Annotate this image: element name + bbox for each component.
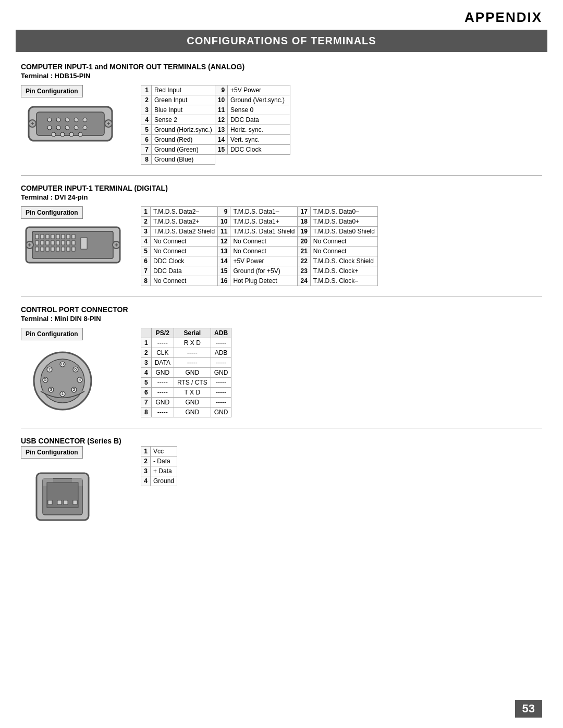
table-row: 8 bbox=[141, 276, 151, 286]
digital-section-title: COMPUTER INPUT-1 TERMINAL (DIGITAL) bbox=[21, 184, 542, 192]
svg-point-8 bbox=[56, 126, 60, 130]
svg-rect-31 bbox=[72, 235, 75, 239]
control-col-adb: ADB bbox=[211, 328, 231, 338]
svg-point-7 bbox=[47, 126, 52, 130]
svg-rect-41 bbox=[41, 247, 44, 251]
table-row: Ground bbox=[151, 476, 177, 486]
svg-point-3 bbox=[56, 118, 60, 122]
table-row: Ground (Red) bbox=[152, 135, 215, 145]
usb-section: USB CONNECTOR (Series B) Pin Configurati… bbox=[21, 437, 542, 530]
table-row: Vert. sync. bbox=[228, 135, 290, 145]
table-row: 13 bbox=[215, 125, 227, 135]
table-row: ----- bbox=[174, 358, 211, 368]
table-row: ----- bbox=[151, 378, 174, 388]
table-row: - Data bbox=[151, 456, 177, 466]
control-col-pin bbox=[141, 328, 152, 338]
main-title-bar: CONFIGURATIONS OF TERMINALS bbox=[16, 30, 547, 52]
table-row: T.M.D.S. Data0+ bbox=[310, 217, 377, 227]
table-row: Green Input bbox=[152, 95, 215, 105]
table-row: T.M.D.S. Data2 Shield bbox=[151, 227, 218, 237]
table-row: T.M.D.S. Data0 Shield bbox=[310, 227, 377, 237]
table-row: ----- bbox=[151, 408, 174, 417]
main-title: CONFIGURATIONS OF TERMINALS bbox=[16, 35, 547, 47]
svg-rect-38 bbox=[67, 241, 70, 245]
svg-rect-47 bbox=[72, 247, 75, 251]
table-row: 2 bbox=[141, 348, 152, 358]
table-row: CLK bbox=[151, 348, 174, 358]
table-row: T.M.D.S. Clock– bbox=[310, 276, 377, 286]
svg-point-9 bbox=[65, 126, 69, 130]
table-row: ADB bbox=[211, 348, 231, 358]
table-row: 6 bbox=[141, 388, 152, 398]
table-row: 18 bbox=[298, 217, 310, 227]
svg-text:7: 7 bbox=[48, 367, 51, 372]
analog-section-body: Pin Configuration bbox=[21, 85, 542, 165]
table-row: 5 bbox=[141, 125, 152, 135]
svg-rect-26 bbox=[46, 235, 49, 239]
hdb15-connector-diagram bbox=[21, 102, 120, 149]
mini-din-connector-diagram: 8 7 6 5 4 3 2 1 bbox=[21, 344, 104, 412]
svg-rect-40 bbox=[35, 247, 39, 251]
table-row: 14 bbox=[218, 256, 230, 266]
appendix-header: APPENDIX bbox=[0, 0, 563, 30]
table-row: No Connect bbox=[151, 246, 218, 256]
svg-point-15 bbox=[78, 132, 82, 137]
table-row: DDC Clock bbox=[151, 256, 218, 266]
page-content: COMPUTER INPUT-1 and MONITOR OUT TERMINA… bbox=[0, 63, 563, 530]
table-row: 5 bbox=[141, 246, 151, 256]
table-row: DDC Clock bbox=[228, 145, 290, 155]
analog-pin-config-label: Pin Configuration bbox=[21, 85, 83, 97]
table-row: 21 bbox=[298, 246, 310, 256]
svg-rect-45 bbox=[62, 247, 65, 251]
table-row: 6 bbox=[141, 256, 151, 266]
svg-point-11 bbox=[83, 126, 87, 130]
analog-pin-table: 1Red Input9+5V Power2Green Input10Ground… bbox=[141, 85, 290, 165]
table-row: Ground (Green) bbox=[152, 145, 215, 155]
table-row: T.M.D.S. Data1+ bbox=[230, 217, 298, 227]
svg-rect-33 bbox=[41, 241, 44, 245]
svg-rect-42 bbox=[46, 247, 49, 251]
table-row: 4 bbox=[141, 476, 151, 486]
svg-text:3: 3 bbox=[50, 387, 53, 392]
table-row: 1 bbox=[141, 338, 152, 348]
table-row: 2 bbox=[141, 217, 151, 227]
table-row: +5V Power bbox=[230, 256, 298, 266]
table-row: T X D bbox=[174, 388, 211, 398]
table-row: 6 bbox=[141, 135, 152, 145]
table-row: 15 bbox=[215, 145, 227, 155]
analog-section: COMPUTER INPUT-1 and MONITOR OUT TERMINA… bbox=[21, 63, 542, 165]
table-row: Blue Input bbox=[152, 105, 215, 115]
table-row: T.M.D.S. Clock+ bbox=[310, 266, 377, 276]
table-row: 22 bbox=[298, 256, 310, 266]
svg-point-12 bbox=[52, 132, 56, 137]
table-row: 14 bbox=[215, 135, 227, 145]
table-row: GND bbox=[174, 398, 211, 408]
svg-rect-28 bbox=[56, 235, 59, 239]
table-row: ----- bbox=[151, 338, 174, 348]
table-row: Ground (Horiz.sync.) bbox=[152, 125, 215, 135]
svg-rect-37 bbox=[62, 241, 65, 245]
table-row: 8 bbox=[141, 408, 152, 417]
table-row: 11 bbox=[218, 227, 230, 237]
svg-point-5 bbox=[74, 118, 78, 122]
svg-point-14 bbox=[69, 132, 74, 137]
analog-pin-table-container: 1Red Input9+5V Power2Green Input10Ground… bbox=[141, 85, 290, 165]
svg-rect-27 bbox=[51, 235, 54, 239]
svg-rect-46 bbox=[67, 247, 70, 251]
table-row: 4 bbox=[141, 237, 151, 246]
analog-section-subtitle: Terminal : HDB15-PIN bbox=[21, 72, 542, 80]
table-row: T.M.D.S. Data2– bbox=[151, 207, 218, 217]
svg-text:5: 5 bbox=[44, 377, 47, 382]
svg-rect-44 bbox=[56, 247, 59, 251]
table-row: DATA bbox=[151, 358, 174, 368]
svg-rect-80 bbox=[57, 500, 62, 504]
table-row: GND bbox=[211, 408, 231, 417]
svg-point-13 bbox=[60, 132, 65, 137]
table-row: 10 bbox=[218, 217, 230, 227]
svg-rect-48 bbox=[81, 238, 87, 249]
table-row: T.M.D.S. Data1– bbox=[230, 207, 298, 217]
table-row: 23 bbox=[298, 266, 310, 276]
table-row: 19 bbox=[298, 227, 310, 237]
control-pin-table: PS/2 Serial ADB 1-----R X D-----2CLK----… bbox=[141, 328, 231, 417]
svg-text:1: 1 bbox=[62, 391, 64, 396]
